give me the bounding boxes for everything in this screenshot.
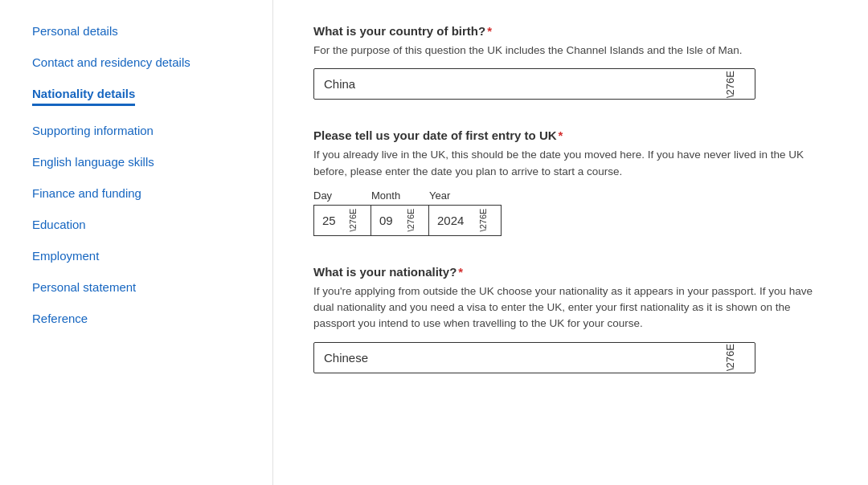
q2-label: Please tell us your date of first entry … (313, 128, 820, 142)
month-label: Month (371, 190, 429, 202)
year-field: Year 2020202120222023202420252026 (429, 190, 502, 236)
q3-select-wrapper: ChineseBritishAmericanFrenchGermanIndian (313, 342, 755, 373)
main-content: What is your country of birth?* For the … (273, 0, 868, 485)
q2-hint: If you already live in the UK, this shou… (313, 147, 820, 180)
q3-label-text: What is your nationality? (313, 265, 457, 279)
year-select-wrapper: 2020202120222023202420252026 (429, 205, 502, 236)
question-date-entry: Please tell us your date of first entry … (313, 128, 820, 236)
day-select[interactable]: 0102030405060708091011121314151617181920… (313, 205, 371, 236)
year-label: Year (429, 190, 502, 202)
sidebar: Personal detailsContact and residency de… (0, 0, 273, 485)
q1-hint: For the purpose of this question the UK … (313, 43, 820, 59)
month-field: Month 010203040506070809101112 (371, 190, 429, 236)
sidebar-item-personal-statement[interactable]: Personal statement (32, 280, 256, 294)
day-field: Day 010203040506070809101112131415161718… (313, 190, 371, 236)
date-group: Day 010203040506070809101112131415161718… (313, 190, 820, 236)
day-select-wrapper: 0102030405060708091011121314151617181920… (313, 205, 371, 236)
question-country-of-birth: What is your country of birth?* For the … (313, 24, 820, 100)
sidebar-item-nationality-details[interactable]: Nationality details (32, 87, 135, 106)
sidebar-item-reference[interactable]: Reference (32, 312, 256, 325)
q2-required-star: * (559, 128, 563, 142)
month-select[interactable]: 010203040506070809101112 (371, 205, 429, 236)
sidebar-item-supporting-info[interactable]: Supporting information (32, 124, 256, 137)
q1-required-star: * (487, 24, 492, 38)
q1-select-wrapper: ChinaUnited KingdomUnited StatesIndiaFra… (313, 68, 755, 100)
q3-label: What is your nationality?* (313, 265, 820, 279)
sidebar-item-education[interactable]: Education (32, 218, 256, 231)
day-label: Day (313, 190, 371, 202)
question-nationality: What is your nationality?* If you're app… (313, 265, 820, 373)
q1-label: What is your country of birth?* (313, 24, 820, 38)
country-of-birth-select[interactable]: ChinaUnited KingdomUnited StatesIndiaFra… (313, 68, 755, 100)
month-select-wrapper: 010203040506070809101112 (371, 205, 429, 236)
q3-required-star: * (458, 265, 463, 279)
year-select[interactable]: 2020202120222023202420252026 (429, 205, 502, 236)
sidebar-item-contact-residency[interactable]: Contact and residency details (32, 55, 256, 69)
nationality-select[interactable]: ChineseBritishAmericanFrenchGermanIndian (313, 342, 755, 373)
q1-label-text: What is your country of birth? (313, 24, 485, 38)
sidebar-item-employment[interactable]: Employment (32, 249, 256, 263)
q3-hint: If you're applying from outside the UK c… (313, 283, 820, 332)
sidebar-item-finance-funding[interactable]: Finance and funding (32, 186, 256, 200)
sidebar-item-personal-details[interactable]: Personal details (32, 24, 256, 38)
q2-label-text: Please tell us your date of first entry … (313, 128, 557, 142)
sidebar-item-english-skills[interactable]: English language skills (32, 155, 256, 169)
